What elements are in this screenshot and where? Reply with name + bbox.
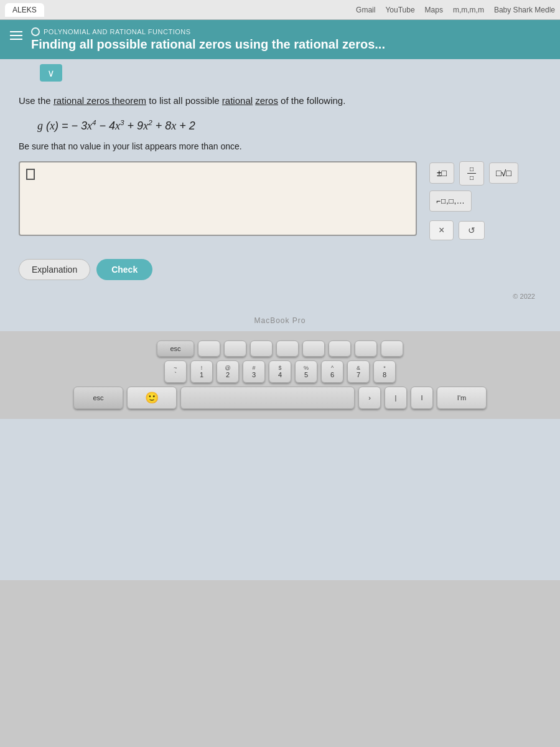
equation-display: g (x) = − 3x4 − 4x3 + 9x2 + 8x + 2 <box>37 118 541 133</box>
macbook-label: MacBook Pro <box>0 316 560 325</box>
key-emoji[interactable]: 🙂 <box>127 387 177 409</box>
key-8[interactable]: * 8 <box>373 360 396 383</box>
answer-section: ±□ □ □ □√□ ⌐□,□,... <box>19 161 541 240</box>
hamburger-menu[interactable] <box>10 31 22 40</box>
link-gmail[interactable]: Gmail <box>356 6 375 14</box>
key-4[interactable]: $ 4 <box>269 360 291 383</box>
cursor-indicator <box>26 169 35 180</box>
key-f1[interactable] <box>198 341 220 357</box>
dropdown-button[interactable]: ∨ <box>40 64 62 82</box>
emoji-icon: 🙂 <box>145 391 159 405</box>
key-im[interactable]: I'm <box>437 387 487 409</box>
chevron-down-icon: ∨ <box>47 67 55 79</box>
key-esc[interactable]: esc <box>157 341 194 357</box>
browser-bar: ALEKS Gmail YouTube Maps m,m,m,m Baby Sh… <box>0 0 560 20</box>
header-section: POLYNOMIAL AND RATIONAL FUNCTIONS <box>31 27 385 36</box>
fraction-button[interactable]: □ □ <box>459 161 484 186</box>
copyright-text: © 2022 <box>19 293 541 300</box>
key-f7[interactable] <box>355 341 377 357</box>
key-f8[interactable] <box>381 341 403 357</box>
key-f2[interactable] <box>224 341 246 357</box>
browser-top-links: Gmail YouTube Maps m,m,m,m Baby Shark Me… <box>356 6 555 14</box>
key-2[interactable]: @ 2 <box>217 360 239 383</box>
check-button[interactable]: Check <box>96 259 152 280</box>
key-spacebar[interactable] <box>180 387 355 409</box>
instruction-text: Use the rational zeros theorem to list a… <box>19 94 541 108</box>
explanation-button[interactable]: Explanation <box>19 259 90 280</box>
key-5[interactable]: % 5 <box>295 360 317 383</box>
toolbar-row-1: ±□ □ □ □√□ <box>429 161 518 186</box>
key-tilde[interactable]: ~ ` <box>164 360 187 383</box>
sqrt-button[interactable]: □√□ <box>489 162 518 184</box>
key-i[interactable]: I <box>411 387 433 409</box>
key-f5[interactable] <box>302 341 325 357</box>
browser-tab[interactable]: ALEKS <box>5 3 44 17</box>
keyboard-row-bottom: esc 🙂 › | I I'm <box>12 387 548 409</box>
answer-input-box[interactable] <box>19 161 417 236</box>
keyboard-area: esc ~ ` ! 1 @ 2 <box>0 331 560 419</box>
action-row: × ↺ <box>429 220 518 240</box>
clear-button[interactable]: × <box>429 220 454 240</box>
rational-link[interactable]: rational <box>222 95 253 106</box>
link-music: m,m,m,m <box>453 6 484 14</box>
key-1[interactable]: ! 1 <box>190 360 213 383</box>
key-7[interactable]: & 7 <box>347 360 370 383</box>
plus-minus-button[interactable]: ±□ <box>429 162 454 184</box>
key-3[interactable]: # 3 <box>243 360 265 383</box>
key-f3[interactable] <box>250 341 273 357</box>
key-pipe[interactable]: | <box>385 387 407 409</box>
tab-label: ALEKS <box>12 6 37 14</box>
math-toolbar: ±□ □ □ □√□ ⌐□,□,... <box>429 161 518 240</box>
rational-zeros-theorem-link[interactable]: rational zeros theorem <box>54 95 146 106</box>
undo-button[interactable]: ↺ <box>459 221 485 240</box>
key-esc-bottom[interactable]: esc <box>73 387 123 409</box>
set-button[interactable]: ⌐□,□,... <box>429 190 472 212</box>
clear-icon: × <box>439 225 444 235</box>
keyboard-row-numbers: ~ ` ! 1 @ 2 # 3 $ 4 % 5 <box>12 360 548 383</box>
link-maps[interactable]: Maps <box>425 6 443 14</box>
content-area: Use the rational zeros theorem to list a… <box>0 82 560 312</box>
set-icon: ⌐□,□,... <box>436 197 465 205</box>
link-youtube[interactable]: YouTube <box>385 6 414 14</box>
link-baby-shark[interactable]: Baby Shark Medle <box>494 6 555 14</box>
header-content: POLYNOMIAL AND RATIONAL FUNCTIONS Findin… <box>31 27 385 52</box>
zeros-link[interactable]: zeros <box>255 95 278 106</box>
fraction-icon: □ □ <box>467 166 476 181</box>
main-container: POLYNOMIAL AND RATIONAL FUNCTIONS Findin… <box>0 20 560 580</box>
warning-text: Be sure that no value in your list appea… <box>19 141 541 151</box>
key-chevron-right[interactable]: › <box>358 387 381 409</box>
plus-minus-icon: ±□ <box>437 168 447 178</box>
page-title: Finding all possible rational zeros usin… <box>31 37 385 52</box>
bottom-buttons: Explanation Check <box>19 259 541 280</box>
keyboard-row-function: esc <box>12 341 548 357</box>
key-f6[interactable] <box>329 341 351 357</box>
key-f4[interactable] <box>276 341 299 357</box>
undo-icon: ↺ <box>468 225 475 235</box>
section-icon <box>31 27 40 36</box>
sqrt-icon: □√□ <box>496 168 511 178</box>
toolbar-row-2: ⌐□,□,... <box>429 190 518 212</box>
page-header: POLYNOMIAL AND RATIONAL FUNCTIONS Findin… <box>0 20 560 59</box>
key-6[interactable]: ^ 6 <box>321 360 343 383</box>
